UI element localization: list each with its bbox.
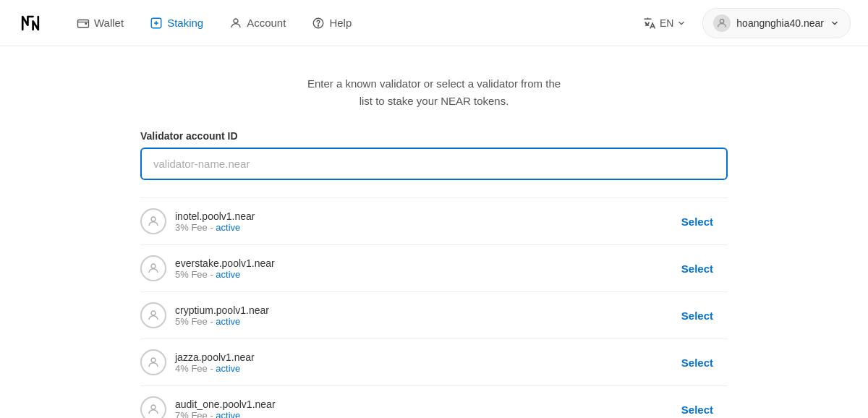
validator-fee: 3% Fee - active xyxy=(175,222,255,233)
account-icon xyxy=(229,17,242,30)
validator-icon xyxy=(140,302,166,328)
svg-rect-0 xyxy=(17,10,43,36)
validator-name: everstake.poolv1.near xyxy=(175,257,275,269)
validator-field-group: Validator account ID xyxy=(140,130,728,197)
validator-fee: 5% Fee - active xyxy=(175,316,269,327)
validator-status: active xyxy=(216,316,240,327)
svg-point-7 xyxy=(151,217,156,221)
chevron-down-icon xyxy=(676,18,686,28)
near-logo-icon xyxy=(17,10,43,36)
validator-name: cryptium.poolv1.near xyxy=(175,304,269,316)
svg-point-3 xyxy=(234,19,238,23)
navbar-left: Wallet Staking Account xyxy=(17,10,362,36)
validator-name: inotel.poolv1.near xyxy=(175,210,255,222)
svg-point-5 xyxy=(318,25,319,26)
validator-status: active xyxy=(216,222,240,233)
validator-icon xyxy=(140,208,166,234)
nav-links: Wallet Staking Account xyxy=(67,11,362,35)
svg-point-8 xyxy=(151,264,156,268)
validator-icon xyxy=(140,255,166,281)
validator-info: audit_one.poolv1.near 7% Fee - active xyxy=(140,396,276,418)
help-nav-link[interactable]: Help xyxy=(302,11,362,35)
validator-icon xyxy=(140,349,166,375)
validator-icon xyxy=(140,396,166,418)
user-icon xyxy=(716,17,728,29)
validator-status: active xyxy=(216,410,240,419)
navbar-right: EN hoangnghia40.near xyxy=(635,8,851,38)
avatar xyxy=(713,14,731,32)
validator-row: everstake.poolv1.near 5% Fee - active Se… xyxy=(140,245,728,292)
validator-fee: 7% Fee - active xyxy=(175,410,276,419)
validator-row: cryptium.poolv1.near 5% Fee - active Sel… xyxy=(140,292,728,339)
validator-field-label: Validator account ID xyxy=(140,130,728,142)
validator-row: audit_one.poolv1.near 7% Fee - active Se… xyxy=(140,386,728,418)
svg-rect-1 xyxy=(78,20,89,27)
validator-info: cryptium.poolv1.near 5% Fee - active xyxy=(140,302,269,328)
validator-list: inotel.poolv1.near 3% Fee - active Selec… xyxy=(140,197,728,418)
validator-status: active xyxy=(216,269,240,280)
validator-account-input[interactable] xyxy=(140,148,728,180)
wallet-icon xyxy=(77,17,90,30)
staking-icon xyxy=(150,17,163,30)
validator-fee: 5% Fee - active xyxy=(175,269,275,280)
validator-select-button[interactable]: Select xyxy=(667,257,728,281)
translate-icon xyxy=(642,16,657,30)
validator-info: inotel.poolv1.near 3% Fee - active xyxy=(140,208,255,234)
validator-select-button[interactable]: Select xyxy=(667,304,728,328)
svg-point-11 xyxy=(151,405,156,409)
validator-info: everstake.poolv1.near 5% Fee - active xyxy=(140,255,275,281)
user-account-button[interactable]: hoangnghia40.near xyxy=(702,8,851,38)
main-content: Enter a known validator or select a vali… xyxy=(123,46,745,418)
help-icon xyxy=(312,17,325,30)
validator-status: active xyxy=(216,363,240,374)
validator-fee: 4% Fee - active xyxy=(175,363,255,374)
validator-name: audit_one.poolv1.near xyxy=(175,398,276,410)
user-chevron-icon xyxy=(830,18,840,28)
validator-row: jazza.poolv1.near 4% Fee - active Select xyxy=(140,339,728,386)
svg-point-9 xyxy=(151,311,156,315)
svg-point-10 xyxy=(151,358,156,362)
wallet-nav-link[interactable]: Wallet xyxy=(67,11,134,35)
validator-info: jazza.poolv1.near 4% Fee - active xyxy=(140,349,255,375)
language-button[interactable]: EN xyxy=(635,12,694,35)
navbar: Wallet Staking Account xyxy=(0,0,868,46)
logo xyxy=(17,10,43,36)
page-subtitle: Enter a known validator or select a vali… xyxy=(140,75,728,110)
validator-name: jazza.poolv1.near xyxy=(175,351,255,363)
validator-select-button[interactable]: Select xyxy=(667,210,728,234)
validator-select-button[interactable]: Select xyxy=(667,351,728,375)
account-nav-link[interactable]: Account xyxy=(219,11,296,35)
staking-nav-link[interactable]: Staking xyxy=(140,11,213,35)
validator-select-button[interactable]: Select xyxy=(667,398,728,419)
svg-point-6 xyxy=(720,19,724,22)
validator-row: inotel.poolv1.near 3% Fee - active Selec… xyxy=(140,198,728,245)
